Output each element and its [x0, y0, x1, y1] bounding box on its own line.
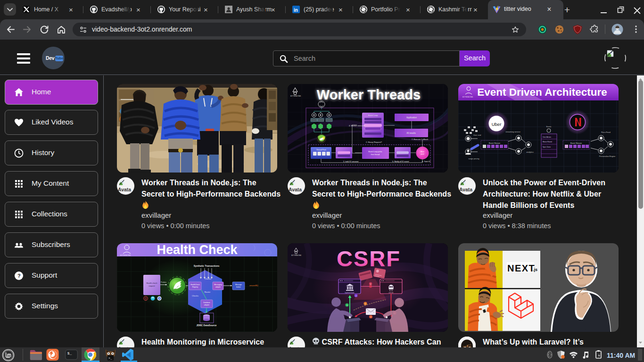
svg-text:evil site: evil site [388, 292, 393, 294]
svg-text:BYTEMONK: BYTEMONK [290, 95, 301, 97]
svg-text:Database: Database [203, 302, 210, 304]
svg-text:analytics: analytics [526, 151, 534, 153]
svg-text:Event Loop picks: Event Loop picks [369, 151, 382, 153]
svg-text:Health Check: Health Check [157, 243, 238, 257]
svg-text:Uber: Uber [492, 122, 502, 127]
svg-text:legitimate bank: legitimate bank [345, 292, 355, 294]
svg-text:BYTEMONK: BYTEMONK [291, 255, 302, 256]
svg-text:6. Task IO: 6. Task IO [422, 160, 430, 163]
svg-text:broker: broker [236, 286, 241, 288]
svg-text:Event Stream: Event Stream [489, 142, 501, 144]
svg-text:NEXT: NEXT [507, 263, 535, 273]
svg-text:2. Heavy Request?: 2. Heavy Request? [366, 141, 382, 143]
svg-text:streaming service: streaming service [505, 131, 520, 133]
svg-text:surge pricing: surge pricing [469, 157, 479, 160]
svg-text:Thread Pool: Thread Pool [316, 149, 326, 151]
svg-text:Sync Done: Sync Done [543, 146, 551, 148]
svg-text:adapter: adapter [204, 304, 210, 306]
svg-text:Probes: Probes [161, 281, 166, 283]
svg-text:$_: $_ [67, 352, 72, 356]
svg-text:libuv: libuv [421, 151, 424, 153]
svg-text:Application: Application [406, 116, 417, 119]
svg-text:5. Notify of IO event: 5. Notify of IO event [392, 160, 409, 163]
svg-text:amazonMQ: amazonMQ [249, 285, 258, 287]
svg-text:BYTEMONK: BYTEMONK [120, 254, 131, 256]
svg-text:Event Loop: Event Loop [368, 114, 378, 116]
svg-text:Event Driven Architecture: Event Driven Architecture [477, 86, 607, 98]
svg-text:in: in [294, 8, 298, 13]
svg-text:Health check: Health check [146, 282, 157, 284]
svg-text:3: 3 [370, 316, 371, 318]
svg-text:JDBC DataSource: JDBC DataSource [197, 324, 217, 327]
svg-text:free thread: free thread [371, 154, 380, 156]
svg-text:7. Execute Callback: 7. Execute Callback [412, 138, 428, 140]
svg-text:Registry: Registry [192, 286, 198, 288]
svg-text:Router: Router [205, 291, 211, 293]
svg-text:4: 4 [355, 295, 356, 297]
svg-text:1. task IO uncover: 1. task IO uncover [343, 160, 359, 163]
svg-text:2: 2 [365, 303, 366, 305]
svg-text:Checks: Checks [192, 295, 198, 297]
svg-text:adapter: adapter [215, 286, 221, 288]
svg-text:Event Stream: Event Stream [570, 142, 582, 144]
svg-text:.js: .js [533, 267, 537, 272]
svg-text:>_: >_ [108, 356, 113, 360]
svg-text:CSRF: CSRF [337, 246, 401, 271]
svg-text:User Action: User Action [543, 136, 551, 138]
svg-text:Personalize Engine: Personalize Engine [599, 155, 616, 157]
svg-text:4. Worker executes: 4. Worker executes [349, 124, 365, 127]
svg-text:All results: All results [406, 132, 416, 134]
svg-text:User end: User end [473, 134, 481, 136]
svg-text:Messaging: Messaging [214, 284, 222, 286]
svg-text:Recs Feed: Recs Feed [601, 131, 610, 133]
svg-text:Worker Threads: Worker Threads [317, 87, 421, 102]
svg-text:Movie Rated: Movie Rated [543, 141, 552, 143]
svg-text:pool: pool [421, 153, 424, 155]
svg-text:1: 1 [347, 304, 347, 306]
svg-text:?: ? [17, 273, 21, 279]
svg-text:Synthetic Transactions: Synthetic Transactions [194, 264, 220, 267]
svg-text:request: request [149, 285, 155, 287]
svg-text:5: 5 [370, 283, 371, 285]
svg-text:Message: Message [235, 284, 242, 286]
svg-text:Events: Events [546, 126, 552, 128]
svg-text:HealthCheck: HealthCheck [190, 284, 200, 286]
svg-text:BYTEMONK: BYTEMONK [462, 96, 473, 98]
